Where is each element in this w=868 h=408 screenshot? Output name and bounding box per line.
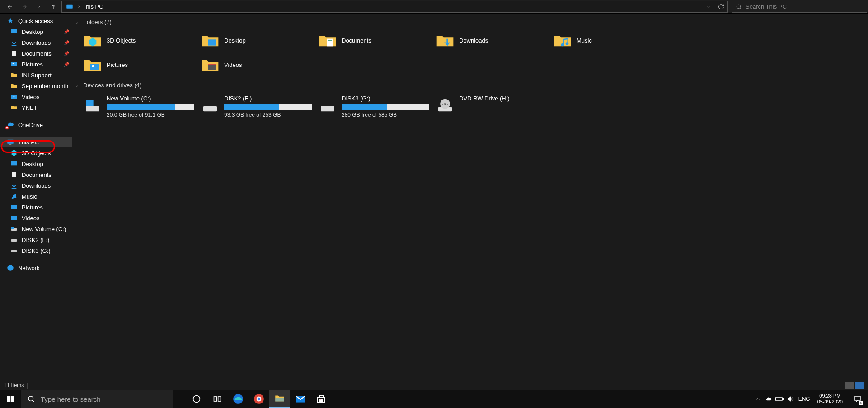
folder-documents[interactable]: Documents <box>315 28 432 52</box>
sidebar-item-downloads[interactable]: Downloads 📌 <box>0 37 72 48</box>
sidebar-item-pictures[interactable]: Pictures 📌 <box>0 59 72 70</box>
folder-music[interactable]: Music <box>550 28 667 52</box>
pin-icon: 📌 <box>64 29 69 34</box>
sidebar-onedrive[interactable]: OneDrive <box>0 119 72 130</box>
sidebar-item-ynet[interactable]: YNET <box>0 102 72 113</box>
folder-pictures[interactable]: Pictures <box>80 52 197 77</box>
store-icon <box>316 394 327 404</box>
sidebar-item-downloads-pc[interactable]: Downloads <box>0 180 72 191</box>
tray-battery[interactable] <box>774 390 785 408</box>
taskbar-search[interactable]: Type here to search <box>21 390 173 408</box>
tray-language[interactable]: ENG <box>796 396 813 402</box>
folder-icon <box>436 31 455 49</box>
sidebar-item-videos-pc[interactable]: Videos <box>0 213 72 223</box>
sidebar-item-label: DISK3 (G:) <box>22 247 51 254</box>
forward-button[interactable] <box>18 1 31 13</box>
pin-icon: 📌 <box>64 40 69 45</box>
svg-point-51 <box>258 398 261 401</box>
sidebar-network[interactable]: Network <box>0 262 72 273</box>
taskbar-app-chrome[interactable] <box>249 390 269 408</box>
tray-volume[interactable] <box>785 390 796 408</box>
svg-rect-33 <box>86 100 94 106</box>
svg-rect-20 <box>11 239 17 242</box>
sidebar-item-music[interactable]: Music <box>0 191 72 202</box>
sidebar-item-3d-objects[interactable]: 3D Objects <box>0 147 72 158</box>
taskbar-app-store[interactable] <box>311 390 332 408</box>
tray-onedrive[interactable] <box>763 390 774 408</box>
svg-rect-47 <box>218 397 221 401</box>
sidebar-item-desktop-pc[interactable]: Desktop <box>0 158 72 169</box>
svg-rect-5 <box>13 52 15 52</box>
svg-point-14 <box>12 197 14 199</box>
breadcrumb-location[interactable]: This PC <box>82 3 103 10</box>
content-pane[interactable]: ⌄ Folders (7) 3D Objects Desktop Documen… <box>72 14 868 380</box>
drive-f[interactable]: DISK2 (F:) 93.3 GB free of 253 GB <box>198 91 314 120</box>
drive-c[interactable]: New Volume (C:) 20.0 GB free of 91.1 GB <box>80 91 197 120</box>
view-tiles-button[interactable] <box>855 382 864 389</box>
search-box[interactable]: Search This PC <box>732 1 867 13</box>
up-button[interactable] <box>47 1 60 13</box>
tray-date: 05-09-2020 <box>817 399 843 405</box>
back-button[interactable] <box>4 1 16 13</box>
svg-rect-42 <box>7 399 10 402</box>
folder-label: 3D Objects <box>107 37 136 44</box>
sidebar-this-pc[interactable]: This PC <box>0 137 72 147</box>
sidebar-item-documents-pc[interactable]: Documents <box>0 169 72 180</box>
folder-3d-objects[interactable]: 3D Objects <box>80 28 197 52</box>
svg-rect-55 <box>322 399 323 400</box>
tray-overflow-button[interactable] <box>752 390 763 408</box>
action-center-button[interactable]: 6 <box>847 390 868 408</box>
folders-section-header[interactable]: ⌄ Folders (7) <box>72 16 868 27</box>
taskbar-app-edge[interactable] <box>228 390 249 408</box>
folder-icon <box>201 56 220 74</box>
sidebar-quick-access[interactable]: Quick access <box>0 15 72 26</box>
drives-section-header[interactable]: ⌄ Devices and drives (4) <box>72 80 868 90</box>
folder-icon <box>10 104 18 112</box>
folder-downloads[interactable]: Downloads <box>433 28 549 52</box>
taskbar-app-mail[interactable] <box>290 390 311 408</box>
sidebar-item-videos-qa[interactable]: Videos <box>0 91 72 102</box>
svg-rect-24 <box>327 39 333 47</box>
documents-icon <box>10 171 18 179</box>
sidebar-item-drive-c[interactable]: New Volume (C:) <box>0 223 72 234</box>
sidebar-item-drive-f[interactable]: DISK2 (F:) <box>0 234 72 245</box>
sidebar-label: Quick access <box>18 18 53 24</box>
cortana-button[interactable] <box>186 390 207 408</box>
sidebar-item-documents[interactable]: Documents 📌 <box>0 48 72 59</box>
tray-clock[interactable]: 09:28 PM 05-09-2020 <box>813 393 847 405</box>
drive-h[interactable]: DVD DVD RW Drive (H:) <box>433 91 549 120</box>
folder-label: Pictures <box>107 62 128 68</box>
taskbar-app-explorer[interactable] <box>269 390 290 408</box>
sidebar-item-desktop[interactable]: Desktop 📌 <box>0 26 72 37</box>
drive-g[interactable]: DISK3 (G:) 280 GB free of 585 GB <box>315 91 432 120</box>
folder-desktop[interactable]: Desktop <box>198 28 314 52</box>
downloads-icon <box>10 181 18 190</box>
sidebar-item-drive-g[interactable]: DISK3 (G:) <box>0 245 72 256</box>
svg-rect-13 <box>12 172 16 177</box>
recent-dropdown-button[interactable] <box>33 1 45 13</box>
drive-icon <box>10 225 18 233</box>
sidebar-item-september[interactable]: September month <box>0 81 72 91</box>
start-button[interactable] <box>0 390 21 408</box>
svg-point-7 <box>13 63 14 64</box>
status-separator: | <box>27 382 28 389</box>
sidebar-item-label: Desktop <box>22 161 43 167</box>
folder-label: Documents <box>342 37 371 44</box>
navigation-pane[interactable]: Quick access Desktop 📌 Downloads 📌 Docum… <box>0 14 72 380</box>
address-input[interactable]: › This PC <box>61 1 728 13</box>
sidebar-item-ini-support[interactable]: INI Support <box>0 70 72 81</box>
task-view-button[interactable] <box>207 390 228 408</box>
search-icon <box>736 4 742 10</box>
address-bar: › This PC Search This PC <box>0 0 868 14</box>
pictures-icon <box>10 203 18 211</box>
cloud-icon <box>765 395 772 403</box>
address-dropdown-button[interactable] <box>702 1 715 13</box>
circle-icon <box>192 394 201 403</box>
refresh-button[interactable] <box>715 1 727 13</box>
view-details-button[interactable] <box>845 382 854 389</box>
svg-rect-21 <box>11 250 17 252</box>
svg-rect-59 <box>782 399 783 400</box>
sidebar-item-pictures-pc[interactable]: Pictures <box>0 202 72 213</box>
svg-rect-3 <box>11 29 17 33</box>
folder-videos[interactable]: Videos <box>198 52 314 77</box>
